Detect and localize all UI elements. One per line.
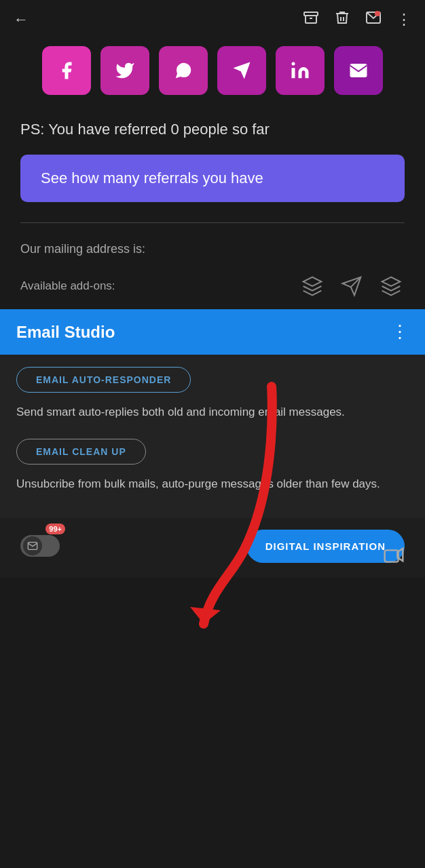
facebook-btn[interactable] — [42, 46, 91, 95]
dropbox-icon[interactable] — [377, 273, 405, 300]
svg-point-6 — [292, 62, 295, 66]
svg-rect-10 — [385, 550, 399, 561]
mail-toggle-wrapper[interactable]: 99+ — [20, 526, 60, 566]
archive-icon[interactable] — [303, 9, 319, 30]
email-studio-title: Email Studio — [16, 323, 391, 342]
layers-icon[interactable] — [299, 273, 326, 300]
svg-rect-5 — [292, 68, 295, 78]
mail-toggle[interactable] — [20, 535, 60, 557]
email-cleanup-section: EMAIL CLEAN UP Unsubcribe from bulk mail… — [0, 433, 425, 505]
email-share-btn[interactable] — [334, 46, 383, 95]
addons-row: Available add-ons: — [0, 263, 425, 309]
referral-button[interactable]: See how many referrals you have — [20, 155, 405, 202]
more-icon[interactable]: ⋮ — [396, 11, 411, 28]
mailing-address-label: Our mailing address is: — [0, 230, 425, 263]
bottom-bar: 99+ DIGITAL INSPIRATION 🎬 — [0, 518, 425, 578]
email-autoresponder-desc: Send smart auto-replies both old and inc… — [0, 398, 425, 433]
top-bar-actions: ⋮ — [303, 9, 411, 30]
svg-marker-7 — [303, 277, 322, 286]
svg-marker-4 — [234, 62, 251, 79]
email-autoresponder-section: EMAIL AUTO-RESPONDER Send smart auto-rep… — [0, 355, 425, 433]
telegram-btn[interactable] — [217, 46, 266, 95]
back-button[interactable]: ← — [14, 11, 29, 28]
svg-point-2 — [375, 11, 380, 16]
social-share-row — [0, 39, 425, 108]
mail-badge: 99+ — [45, 524, 65, 534]
email-studio-menu-icon[interactable]: ⋮ — [391, 321, 409, 342]
send-icon[interactable] — [338, 273, 365, 300]
mail-icon-circle — [23, 536, 42, 555]
ps-text: PS: You have referred 0 people so far — [0, 108, 425, 145]
linkedin-btn[interactable] — [276, 46, 325, 95]
trash-icon[interactable] — [334, 9, 350, 30]
twitter-btn[interactable] — [100, 46, 149, 95]
email-autoresponder-button[interactable]: EMAIL AUTO-RESPONDER — [16, 367, 191, 393]
main-panel: EMAIL AUTO-RESPONDER Send smart auto-rep… — [0, 355, 425, 518]
top-bar: ← — [0, 0, 425, 39]
whatsapp-btn[interactable] — [159, 46, 208, 95]
divider-1 — [20, 222, 405, 223]
mail-icon[interactable] — [365, 9, 382, 30]
svg-rect-0 — [304, 12, 318, 16]
email-cleanup-button[interactable]: EMAIL CLEAN UP — [16, 439, 146, 465]
camera-icon-bottom[interactable] — [383, 544, 405, 568]
email-studio-bar: Email Studio ⋮ — [0, 309, 425, 355]
digital-inspiration-button[interactable]: DIGITAL INSPIRATION — [246, 530, 405, 563]
email-cleanup-desc: Unsubcribe from bulk mails, auto-purge m… — [0, 470, 425, 505]
svg-marker-12 — [190, 607, 221, 624]
addons-label: Available add-ons: — [20, 279, 287, 293]
